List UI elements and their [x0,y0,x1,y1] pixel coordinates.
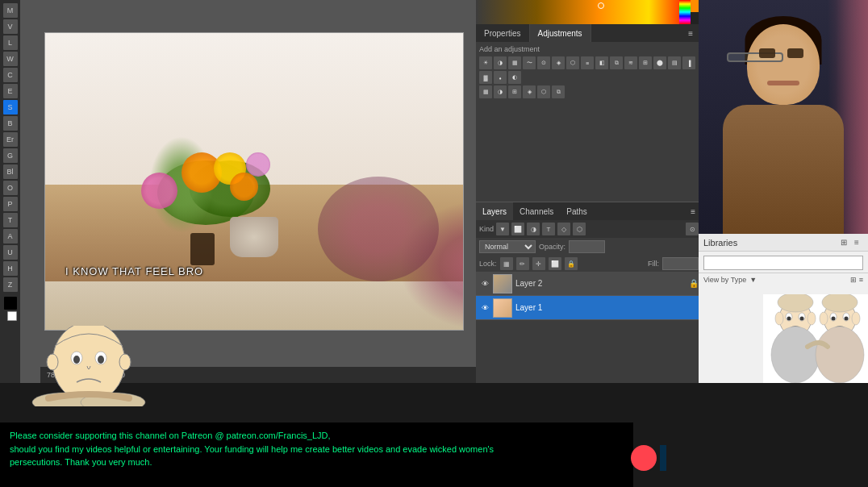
lock-position-btn[interactable]: ✛ [532,257,545,270]
contrast-adj-icon[interactable]: ◑ [494,56,507,69]
brightness-adj-icon[interactable]: ☀ [479,56,492,69]
color-lookup-adj-icon[interactable]: ⊞ [639,56,652,69]
posterize-adj-icon[interactable]: ▤ [668,56,681,69]
color-picker-area[interactable] [476,0,702,24]
curves-adj-icon[interactable]: 〜 [523,56,536,69]
filter-type-btn[interactable]: T [542,223,555,235]
vase [230,217,278,257]
exposure-adj-icon[interactable]: ⊙ [537,56,550,69]
tab-properties[interactable]: Properties [476,24,530,42]
libraries-grid-icon[interactable]: ⊞ [837,236,850,249]
layer-row-1[interactable]: 👁 Layer 1 [476,296,702,320]
libraries-menu-icon[interactable]: ≡ [850,236,863,249]
lock-pixels-btn[interactable]: ✏ [516,257,529,270]
support-line-3: persecutions. Thank you very much. [10,457,152,467]
lock-transparency-btn[interactable]: ▦ [500,257,513,270]
photoshop-toolbar-left: M V L W C E S B Er G Bl O P T A U H Z [0,0,20,383]
layer-1-visibility[interactable]: 👁 [479,302,490,314]
clone-stamp-tool[interactable]: S [3,100,18,114]
filter-adj-btn[interactable]: ◑ [527,223,540,235]
color-balance-adj-icon[interactable]: ≡ [581,56,594,69]
path-select-tool[interactable]: A [3,229,18,244]
background-color[interactable] [7,311,17,321]
layer-2-visibility[interactable]: 👁 [479,278,490,289]
filter-kind-dropdown[interactable]: ▼ [496,223,509,235]
hue-sat-adj-icon[interactable]: ⬡ [566,56,579,69]
filter-type-label: Kind [479,225,494,233]
svg-point-17 [771,327,820,383]
webcam-feed [699,0,868,234]
opacity-input[interactable]: 100% [569,240,605,253]
photo-filter-adj-icon[interactable]: ⧉ [610,56,623,69]
vibrance-adj-icon[interactable]: ◈ [552,56,565,69]
lock-all-btn[interactable]: 🔒 [565,257,578,270]
select-tool[interactable]: V [3,19,18,34]
crop-tool[interactable]: C [3,68,18,82]
pen-tool[interactable]: P [3,197,18,211]
svg-point-25 [845,317,849,321]
lock-label: Lock: [479,260,497,268]
invert-adj-icon[interactable]: ⬤ [653,56,666,69]
shape-tool[interactable]: U [3,245,18,260]
svg-point-24 [832,317,836,321]
filter-pixel-btn[interactable]: ⬜ [511,223,524,235]
move-tool[interactable]: M [3,3,18,18]
svg-point-6 [119,354,131,370]
view-by-type-label: View by Type [703,276,746,284]
adj-icon-row2-6[interactable]: ⧉ [552,85,565,98]
layer-2-name: Layer 2 [515,279,689,288]
layers-panel: Layers Channels Paths ≡ Kind ▼ ⬜ ◑ T ◇ ⬡… [476,202,702,383]
canvas-image[interactable]: I KNOW THAT FEEL BRO [44,32,464,331]
svg-point-26 [816,327,864,383]
tab-paths[interactable]: Paths [560,202,594,220]
blur-tool[interactable]: Bl [3,164,18,179]
adj-icon-row2-1[interactable]: ▦ [479,85,492,98]
magic-wand-tool[interactable]: W [3,52,18,66]
libraries-search-input[interactable] [703,256,863,270]
levels-adj-icon[interactable]: ▦ [508,56,521,69]
adj-icon-row2-2[interactable]: ◑ [494,85,507,98]
text-tool[interactable]: T [3,213,18,227]
library-view-row: View by Type ▼ ⊞ ≡ [699,273,868,286]
support-text: Please consider supporting this channel … [10,429,624,469]
filter-toggle[interactable]: ⊙ [686,223,699,235]
adj-icon-row2-4[interactable]: ◈ [523,85,536,98]
tab-adjustments[interactable]: Adjustments [530,24,591,42]
blend-mode-select[interactable]: Normal [479,240,536,253]
libraries-section: Libraries ⊞ ≡ View by Type ▼ ⊞ ≡ [699,234,868,383]
dodge-tool[interactable]: O [3,181,18,195]
svg-point-16 [800,317,804,321]
tab-layers[interactable]: Layers [476,202,513,220]
zoom-tool[interactable]: Z [3,277,18,292]
tab-channels[interactable]: Channels [513,202,560,220]
foreground-color[interactable] [4,297,17,310]
person-head [747,24,820,105]
hand-tool[interactable]: H [3,261,18,276]
lock-artboard-btn[interactable]: ⬜ [549,257,561,270]
fill-input[interactable]: 100% [662,257,699,270]
eyedropper-tool[interactable]: E [3,84,18,98]
lib-list-view-btn[interactable]: ≡ [859,276,863,284]
shadows-adj-icon[interactable]: ◐ [508,71,521,84]
svg-point-5 [47,354,58,370]
threshold-adj-icon[interactable]: ▐ [682,56,695,69]
filter-smart-btn[interactable]: ⬡ [573,223,586,235]
adjustment-icons-row: ☀ ◑ ▦ 〜 ⊙ ◈ ⬡ ≡ ◧ ⧉ ≋ ⊞ ⬤ ▤ ▐ ▓ ⬧ ◐ [479,56,699,84]
lasso-tool[interactable]: L [3,35,18,50]
gradient-map-adj-icon[interactable]: ▓ [479,71,492,84]
adj-icon-row2-3[interactable]: ⊞ [508,85,521,98]
libraries-title: Libraries [703,238,837,248]
selective-color-adj-icon[interactable]: ⬧ [494,71,507,84]
eraser-tool[interactable]: Er [3,132,18,147]
adj-icon-row2-5[interactable]: ⬡ [537,85,550,98]
lib-grid-view-btn[interactable]: ⊞ [850,276,857,284]
bw-adj-icon[interactable]: ◧ [595,56,608,69]
filter-shape-btn[interactable]: ◇ [557,223,570,235]
brush-tool[interactable]: B [3,116,18,131]
layer-2-lock-icon: 🔒 [689,279,699,288]
layer-row-2[interactable]: 👁 Layer 2 🔒 [476,272,702,296]
patreon-logo[interactable] [631,445,666,471]
view-by-chevron[interactable]: ▼ [749,276,757,284]
channel-mixer-adj-icon[interactable]: ≋ [624,56,637,69]
gradient-tool[interactable]: G [3,148,18,163]
